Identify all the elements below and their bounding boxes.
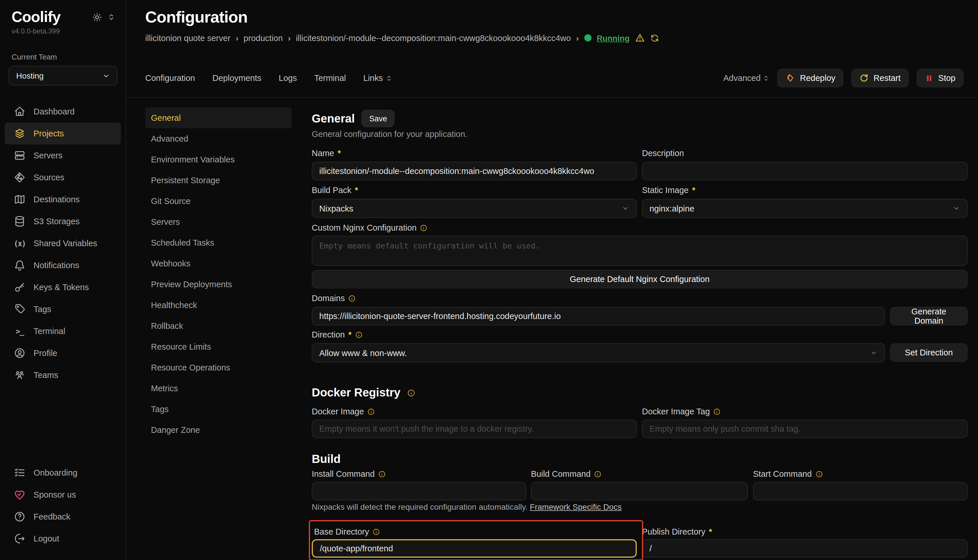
subnav-persistent-storage[interactable]: Persistent Storage [145,170,291,191]
map-icon [14,193,25,205]
subnav-general[interactable]: General [145,107,291,128]
chevron-down-icon [953,205,960,212]
publish-directory-input[interactable] [642,539,968,558]
subnav-rollback[interactable]: Rollback [145,315,291,337]
tab-logs[interactable]: Logs [279,73,297,83]
restart-button[interactable]: Restart [852,69,909,87]
subnav-metrics[interactable]: Metrics [145,378,291,399]
info-icon[interactable] [408,388,416,397]
sidebar-item-feedback[interactable]: Feedback [5,506,121,528]
sidebar-item-label: S3 Storages [33,217,80,226]
framework-docs-link[interactable]: Framework Specific Docs [530,502,622,512]
info-icon[interactable] [368,408,375,415]
name-label: Name* [312,148,341,158]
coolify-app: Coolify v4.0.0-beta.399 Current Team Hos… [0,0,978,560]
breadcrumb-separator-icon: › [576,33,578,42]
sidebar-item-logout[interactable]: Logout [5,528,121,550]
info-icon[interactable] [373,528,380,535]
tag-icon [14,303,25,315]
version-selector-icon[interactable] [107,13,115,21]
name-input[interactable] [312,162,637,180]
description-input[interactable] [642,162,968,180]
build-heading: Build [312,453,341,466]
info-icon[interactable] [594,470,602,478]
sidebar-item-teams[interactable]: Teams [5,364,121,386]
breadcrumb-resource[interactable]: illicitestonion/-module--decomposition:m… [296,33,571,42]
sidebar-item-tags[interactable]: Tags [5,298,121,320]
sidebar-item-notifications[interactable]: Notifications [5,254,121,276]
info-icon[interactable] [815,470,823,478]
redeploy-button[interactable]: Redeploy [777,69,844,87]
static-image-select[interactable]: nginx:alpine [642,199,968,218]
docker-image-input[interactable] [312,420,637,438]
sidebar-item-onboarding[interactable]: Onboarding [5,462,121,484]
breadcrumb-environment[interactable]: production [244,33,283,42]
tab-links[interactable]: Links [363,73,392,83]
breadcrumb-project[interactable]: illicitonion quote server [145,33,231,42]
sidebar-item-s3-storages[interactable]: S3 Storages [5,210,121,232]
current-team-label: Current Team [0,35,125,61]
build-command-label: Build Command [531,469,602,478]
subnav-advanced[interactable]: Advanced [145,128,291,149]
git-source-icon [14,172,25,183]
set-direction-button[interactable]: Set Direction [890,343,968,362]
sidebar-item-shared-variables[interactable]: (x) Shared Variables [5,232,121,254]
info-icon[interactable] [420,224,428,232]
subnav-webhooks[interactable]: Webhooks [145,253,291,274]
generate-nginx-button[interactable]: Generate Default Nginx Configuration [312,270,968,288]
help-circle-icon [14,511,25,522]
static-image-value: nginx:alpine [649,204,694,213]
sidebar-item-dashboard[interactable]: Dashboard [5,100,121,123]
sidebar-item-projects[interactable]: Projects [5,123,121,145]
save-button[interactable]: Save [362,110,395,127]
subnav-healthcheck[interactable]: Healthcheck [145,295,291,315]
sidebar-item-sponsor-us[interactable]: Sponsor us [5,484,121,506]
tab-terminal[interactable]: Terminal [314,73,346,83]
direction-select[interactable]: Allow www & non-www. [312,343,885,362]
top-actions: Advanced Redeploy Restart Stop [723,69,963,87]
subnav-servers[interactable]: Servers [145,212,291,232]
subnav-environment-variables[interactable]: Environment Variables [145,149,291,170]
subnav-preview-deployments[interactable]: Preview Deployments [145,274,291,295]
start-command-input[interactable] [753,482,968,500]
chevron-down-icon [622,205,629,212]
status-running-link[interactable]: Running [597,33,630,42]
terminal-icon: >_ [14,325,25,337]
base-directory-input[interactable] [312,539,637,558]
info-icon[interactable] [714,408,721,415]
sidebar-item-destinations[interactable]: Destinations [5,188,121,210]
warning-triangle-icon[interactable] [635,33,645,43]
advanced-selector[interactable]: Advanced [723,73,769,83]
tab-deployments[interactable]: Deployments [212,73,261,83]
domains-input[interactable] [312,307,885,325]
stop-button[interactable]: Stop [917,69,963,87]
refresh-status-icon[interactable] [650,33,659,42]
info-icon[interactable] [355,331,363,338]
docker-image-tag-input[interactable] [642,420,968,438]
sidebar-item-profile[interactable]: Profile [5,342,121,364]
subnav-resource-operations[interactable]: Resource Operations [145,357,291,378]
subnav-scheduled-tasks[interactable]: Scheduled Tasks [145,232,291,253]
sidebar-item-label: Servers [33,151,62,160]
custom-nginx-textarea[interactable] [312,236,968,266]
logout-icon [14,533,25,544]
tab-configuration[interactable]: Configuration [145,73,195,83]
theme-toggle-sun-icon[interactable] [92,12,102,22]
build-pack-select[interactable]: Nixpacks [312,199,637,218]
description-label: Description [642,148,684,158]
build-command-input[interactable] [531,482,748,500]
generate-domain-button[interactable]: Generate Domain [890,307,968,325]
app-logo[interactable]: Coolify [12,8,60,26]
info-icon[interactable] [348,295,356,302]
sidebar-item-terminal[interactable]: >_ Terminal [5,320,121,342]
subnav-danger-zone[interactable]: Danger Zone [145,420,291,440]
sidebar-item-sources[interactable]: Sources [5,167,121,188]
sidebar-item-keys-tokens[interactable]: Keys & Tokens [5,276,121,298]
subnav-git-source[interactable]: Git Source [145,191,291,212]
team-select[interactable]: Hosting [9,66,117,85]
subnav-tags[interactable]: Tags [145,399,291,420]
info-icon[interactable] [378,470,386,478]
sidebar-item-servers[interactable]: Servers [5,145,121,167]
install-command-input[interactable] [312,482,526,500]
subnav-resource-limits[interactable]: Resource Limits [145,337,291,357]
